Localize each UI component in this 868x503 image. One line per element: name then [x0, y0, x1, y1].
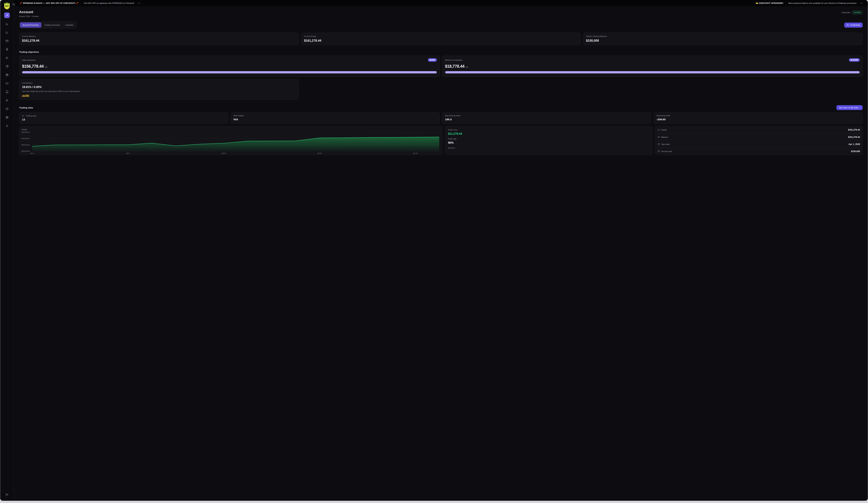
copy-icon: [847, 24, 849, 26]
consistency-card: Consistency 18.81% / 0.00% Your best sin…: [19, 79, 299, 99]
tab-account-overview[interactable]: Account Overview: [20, 22, 41, 28]
credentials-button-label: Credentials: [850, 24, 860, 26]
help-circle-icon: [6, 107, 9, 111]
card-label: Avg losing trade: [657, 115, 670, 117]
page-subtitle: Instant 150k · Funded: [19, 15, 39, 17]
promo-title: 🧨 SPRING50 IS BACK! — GET 50% OFF AT CHE…: [20, 2, 79, 4]
detail-row-start-date: Start date Apr 1, 2026: [658, 140, 860, 148]
book-icon: [6, 90, 9, 94]
objectives-heading: Trading objectives: [19, 51, 862, 53]
profit-loss-value: $11,278.44: [448, 132, 650, 135]
drawdown-progress-fill: [445, 71, 860, 73]
consistency-description: Your best single-day profit must stay be…: [22, 90, 296, 92]
stats-cards: Trading days 13 Most traded N/A Avg winn…: [19, 112, 862, 124]
tab-bar: Account Overview Trading Overview Calend…: [19, 22, 77, 29]
detail-value: $150,000: [851, 150, 860, 153]
card-label: Consistency: [22, 82, 296, 84]
current-equity-card: Current Equity $161,278.44: [301, 33, 580, 45]
sidebar-nav: [4, 12, 10, 129]
avg-winning-trade-card: Avg winning trade 186.5: [442, 112, 651, 124]
sidebar-item-tools[interactable]: [4, 97, 10, 103]
see-more-label: See more on My stats: [839, 107, 858, 109]
consistency-value: 18.81% / 0.00%: [22, 86, 296, 89]
card-label: Most traded: [234, 115, 244, 117]
card-label: Current Balance: [22, 35, 296, 37]
logout-button[interactable]: [4, 492, 10, 497]
tab-calendar[interactable]: Calendar: [63, 22, 76, 28]
coins-icon: [658, 150, 660, 153]
card-value: $161,278.44: [22, 39, 296, 43]
sidebar: GFF: [0, 0, 14, 501]
sidebar-item-dashboard[interactable]: [4, 12, 10, 18]
sidebar-item-profile[interactable]: [4, 123, 10, 129]
sidebar-item-wallet[interactable]: [4, 38, 10, 44]
app-logo[interactable]: GFF: [3, 2, 11, 10]
avg-losing-trade-card: Avg losing trade -209.65: [654, 112, 862, 124]
pie-chart-icon: [6, 65, 9, 68]
sidebar-item-analytics[interactable]: [4, 21, 10, 27]
card-label: Maximum drawdown: [445, 59, 463, 61]
see-more-stats-button[interactable]: See more on My stats ›: [836, 105, 862, 110]
coupon-icon: [6, 82, 9, 85]
detail-label: Balance: [661, 136, 668, 138]
banner-divider: [786, 2, 786, 4]
sidebar-collapse-button[interactable]: [12, 3, 15, 6]
banner-pagination-dots[interactable]: •••: [860, 2, 863, 4]
sidebar-item-coupons[interactable]: [4, 81, 10, 86]
sidebar-item-resources[interactable]: [4, 89, 10, 95]
sidebar-item-website[interactable]: [4, 115, 10, 120]
card-label: Trading days: [25, 115, 37, 117]
sidebar-item-performance[interactable]: [4, 30, 10, 35]
chevron-right-icon: ›: [859, 107, 860, 109]
sidebar-item-support[interactable]: [4, 106, 10, 112]
credentials-button[interactable]: Credentials: [844, 23, 862, 28]
sidebar-item-allocation[interactable]: [4, 64, 10, 69]
card-label: Daily drawdown: [22, 59, 35, 61]
wallet-icon: [6, 39, 9, 43]
tab-trading-overview[interactable]: Trading Overview: [42, 22, 62, 28]
card-value: -209.65: [657, 118, 860, 121]
drawdown-progress-track: [445, 71, 860, 73]
starting-balance-card: Today's Starting Balance $150,000: [583, 33, 862, 45]
trading-days-card: Trading days 13: [19, 112, 228, 124]
gift-icon: [6, 73, 9, 76]
svg-text:GFF: GFF: [5, 5, 9, 7]
drawdown-progress-fill: [22, 71, 437, 73]
profit-split-label: Profit split: [448, 138, 650, 140]
value-suffix: left: [45, 66, 48, 68]
page-content: Account Instant 150k · Funded Tradovate …: [14, 6, 868, 501]
users-icon: [6, 56, 9, 60]
daily-drawdown-card: Daily drawdown $4,500 $156,778.44 left: [19, 55, 440, 77]
card-value: $161,278.44: [304, 39, 578, 43]
stats-heading: Trading stats: [19, 106, 33, 109]
page-header: Account Instant 150k · Funded Tradovate …: [19, 10, 862, 17]
objectives-cards: Daily drawdown $4,500 $156,778.44 left M…: [19, 55, 862, 77]
profit-split-value: 90%: [448, 141, 650, 144]
detail-row-equity: Equity $161,278.44: [658, 126, 860, 134]
consistency-row: Consistency 18.81% / 0.00% Your best sin…: [19, 79, 862, 99]
chart-column-icon: [6, 22, 9, 25]
equity-plot: [32, 132, 439, 151]
status-badge: ACTIVE: [852, 11, 862, 14]
line-chart-icon: [6, 31, 9, 34]
maximum-drawdown-card: Maximum drawdown $142,500 $18,778.44 lef…: [442, 55, 863, 77]
sidebar-item-affiliates[interactable]: [4, 55, 10, 61]
sidebar-item-membership[interactable]: [4, 46, 10, 52]
most-traded-card: Most traded N/A: [230, 112, 440, 124]
drawdown-remaining-value: $156,778.44: [22, 64, 44, 69]
equity-xlabels: Apr 2Apr 6Apr 10Apr 14Apr 18: [32, 152, 439, 154]
app-window: GFF: [0, 0, 868, 501]
banner-pagination-dots[interactable]: •••: [138, 2, 141, 4]
detail-value: $161,278.44: [848, 136, 860, 138]
equity-chart: $165,000.00$160,000.00$155,000.00$150,00…: [22, 131, 440, 154]
panel-left-icon: [13, 3, 15, 6]
value-suffix: left: [466, 66, 468, 68]
sidebar-item-rewards[interactable]: [4, 72, 10, 77]
user-icon: [6, 124, 9, 128]
account-details-card: Equity $161,278.44 Balance $161,278.44: [655, 126, 862, 155]
current-balance-card: Current Balance $161,278.44: [19, 33, 299, 45]
logout-icon: [6, 493, 9, 496]
equity-area-chart: [32, 132, 439, 151]
page-title: Account: [19, 10, 39, 14]
id-badge-icon: [6, 48, 9, 51]
